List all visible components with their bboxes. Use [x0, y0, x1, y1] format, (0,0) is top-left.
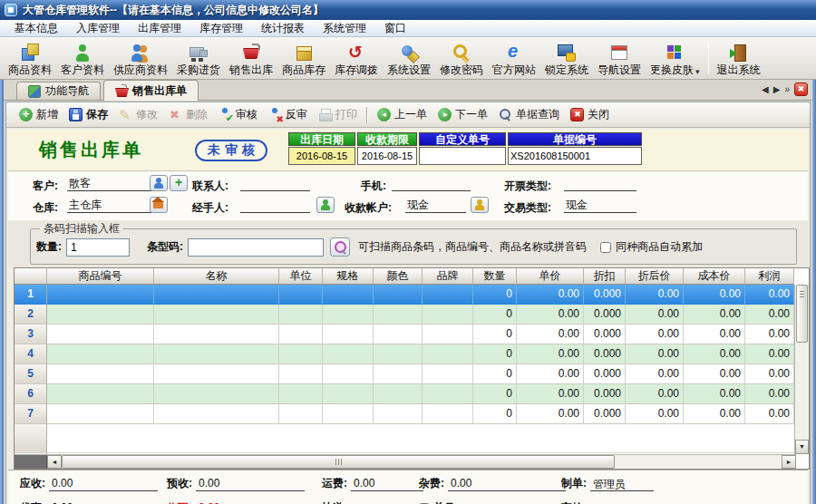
grid-cell[interactable]: [374, 364, 423, 384]
tab-close-button[interactable]: ✖: [794, 82, 808, 96]
row-number-cell[interactable]: 1: [15, 285, 47, 305]
grid-cell[interactable]: [323, 384, 374, 404]
menu-item-reports[interactable]: 统计报表: [252, 20, 314, 37]
grid-cell[interactable]: 0.00: [684, 285, 745, 305]
grid-cell[interactable]: 0.00: [684, 404, 745, 424]
column-header-discount[interactable]: 折扣: [584, 268, 626, 285]
menu-item-inventory[interactable]: 库存管理: [190, 20, 252, 37]
grid-cell[interactable]: [323, 364, 374, 384]
column-header-cost[interactable]: 成本价: [684, 268, 745, 285]
row-number-cell[interactable]: 3: [15, 325, 47, 344]
toolbar-button-lock[interactable]: 锁定系统: [540, 39, 593, 78]
add-customer-button[interactable]: +: [170, 175, 188, 191]
column-header-code[interactable]: 商品编号: [47, 268, 154, 285]
grid-cell[interactable]: [323, 404, 374, 424]
grid-cell[interactable]: [374, 305, 423, 325]
grid-cell[interactable]: 0.00: [517, 325, 584, 344]
grid-cell[interactable]: 0: [473, 364, 517, 384]
menu-item-outbound[interactable]: 出库管理: [129, 20, 190, 37]
grid-cell[interactable]: [154, 325, 279, 344]
customer-lookup-button[interactable]: [150, 175, 168, 191]
grid-cell[interactable]: [323, 325, 374, 344]
grid-cell[interactable]: 0.00: [517, 285, 584, 305]
grid-cell[interactable]: 0.00: [745, 404, 794, 424]
grid-cell[interactable]: [374, 285, 423, 305]
grid-cell[interactable]: [47, 305, 154, 325]
row-number-cell[interactable]: 7: [15, 404, 47, 424]
grid-cell[interactable]: 0.00: [626, 344, 684, 364]
grid-cell[interactable]: [423, 285, 473, 305]
trade-type-value[interactable]: 现金: [564, 198, 636, 213]
delete-button[interactable]: 删除: [163, 104, 213, 125]
scroll-down-button[interactable]: ▼: [795, 440, 809, 454]
menu-item-inbound[interactable]: 入库管理: [67, 20, 129, 37]
grid-cell[interactable]: [423, 325, 473, 344]
grid-cell[interactable]: [423, 404, 473, 424]
grid-cell[interactable]: 0.00: [684, 344, 745, 364]
toolbar-button-settings[interactable]: 系统设置: [383, 39, 435, 78]
grid-cell[interactable]: 0.000: [584, 384, 626, 404]
previous-order-button[interactable]: 上一单: [372, 104, 432, 125]
account-value[interactable]: 现金: [405, 198, 466, 213]
custom-number-input[interactable]: [419, 147, 506, 165]
grid-cell[interactable]: 0.00: [745, 364, 794, 384]
column-header-price[interactable]: 单价: [517, 268, 584, 285]
grid-cell[interactable]: 0.00: [745, 305, 794, 325]
grid-cell[interactable]: [279, 384, 323, 404]
grid-cell[interactable]: [154, 364, 279, 384]
grid-cell[interactable]: 0: [473, 344, 517, 364]
table-row[interactable]: 100.000.0000.000.000.00: [15, 285, 794, 305]
grid-cell[interactable]: [154, 384, 279, 404]
tab-scroll-right-icon[interactable]: ▶: [773, 84, 781, 95]
column-header-color[interactable]: 颜色: [374, 268, 423, 285]
save-button[interactable]: 保存: [63, 104, 113, 125]
grid-cell[interactable]: [323, 305, 374, 325]
tab-function-nav[interactable]: 功能导航: [16, 82, 101, 100]
grid-cell[interactable]: [47, 384, 154, 404]
out-date-input[interactable]: [288, 147, 355, 165]
grid-cell[interactable]: [279, 285, 323, 305]
column-header-profit[interactable]: 利润: [745, 268, 794, 285]
column-header-brand[interactable]: 品牌: [423, 268, 473, 285]
toolbar-button-sales[interactable]: 销售出库: [225, 39, 277, 78]
row-number-cell[interactable]: 2: [15, 305, 47, 325]
order-query-button[interactable]: 单据查询: [493, 104, 565, 125]
title-bar[interactable]: 大管仓库管理软件--【请在基本信息，公司信息中修改公司名】: [0, 0, 816, 20]
grid-cell[interactable]: [47, 344, 154, 364]
grid-cell[interactable]: 0.00: [626, 305, 684, 325]
grid-cell[interactable]: 0.00: [684, 325, 745, 344]
column-header-qty[interactable]: 数量: [473, 268, 517, 285]
tab-more-icon[interactable]: »: [784, 84, 790, 95]
toolbar-button-password[interactable]: 修改密码: [435, 39, 488, 78]
grid-cell[interactable]: [423, 344, 473, 364]
handler-lookup-button[interactable]: [316, 197, 335, 213]
handler-value[interactable]: [240, 198, 310, 213]
new-button[interactable]: 新增: [14, 104, 63, 125]
receivable-value[interactable]: 0.00: [49, 477, 158, 491]
audit-button[interactable]: 审核: [213, 104, 263, 125]
grid-cell[interactable]: 0.00: [626, 404, 684, 424]
document-number-input[interactable]: [508, 147, 642, 165]
scrollbar-thumb[interactable]: [796, 285, 808, 343]
grid-cell[interactable]: 0.00: [626, 285, 684, 305]
grid-cell[interactable]: [323, 285, 374, 305]
scroll-right-button[interactable]: ►: [782, 455, 796, 469]
grid-cell[interactable]: [154, 344, 279, 364]
qty-input[interactable]: [66, 238, 130, 257]
toolbar-button-purchase[interactable]: 采购进货: [172, 39, 225, 78]
grid-cell[interactable]: 0.00: [626, 325, 684, 344]
grid-cell[interactable]: [423, 305, 473, 325]
scroll-left-button[interactable]: ◄: [47, 455, 62, 469]
grid-cell[interactable]: 0.000: [584, 344, 626, 364]
table-row[interactable]: 700.000.0000.000.000.00: [15, 404, 794, 424]
grid-cell[interactable]: 0.00: [684, 364, 745, 384]
menu-item-basic-info[interactable]: 基本信息: [5, 20, 67, 37]
grid-cell[interactable]: [423, 364, 473, 384]
grid-cell[interactable]: 0.00: [745, 344, 794, 364]
column-header-spec[interactable]: 规格: [323, 268, 374, 285]
toolbar-button-nav-settings[interactable]: 导航设置: [593, 39, 646, 78]
column-header-discounted-price[interactable]: 折后价: [626, 268, 684, 285]
grid-cell[interactable]: 0.000: [584, 285, 626, 305]
scrollbar-track[interactable]: [615, 455, 782, 469]
grid-cell[interactable]: 0: [473, 384, 517, 404]
